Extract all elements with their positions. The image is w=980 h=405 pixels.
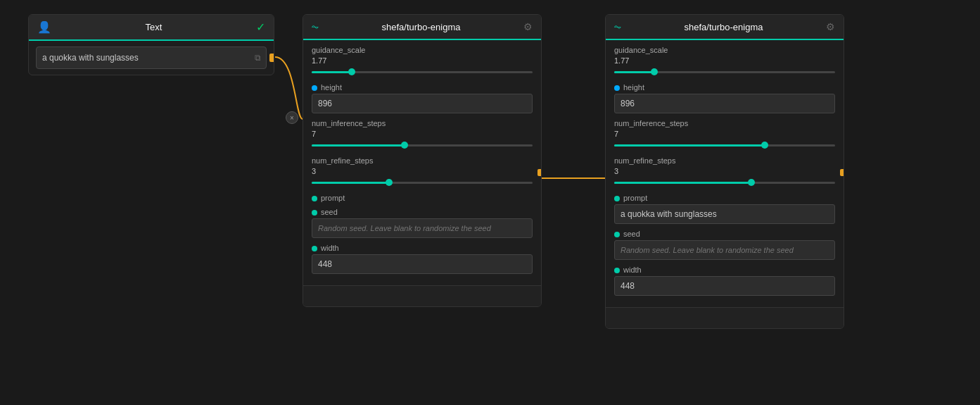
num-refine-label-1: num_refine_steps — [312, 156, 533, 165]
guidance-scale-slider-1[interactable] — [312, 66, 533, 77]
gear-icon-1[interactable]: ⚙ — [523, 21, 533, 32]
canvas: 👤 Text ✓ ⧉ × ⏦ shefa/turbo-enigma ⚙ guid… — [0, 0, 980, 405]
param-height-1: height — [312, 83, 533, 113]
num-refine-output-dot-2[interactable] — [840, 169, 844, 176]
num-inference-value-1: 7 — [312, 130, 533, 138]
width-input-2[interactable] — [614, 276, 835, 296]
remove-connection-button[interactable]: × — [286, 111, 298, 124]
param-num-inference-1: num_inference_steps 7 — [312, 119, 533, 151]
model-node-1-header: ⏦ shefa/turbo-enigma ⚙ — [303, 15, 541, 40]
num-inference-value-2: 7 — [614, 130, 835, 138]
text-node-body: ⧉ — [29, 41, 274, 75]
text-node-input[interactable] — [36, 46, 267, 69]
num-refine-value-1: 3 — [312, 167, 533, 175]
num-inference-slider-1[interactable] — [312, 139, 533, 151]
text-node-output-dot[interactable] — [269, 54, 274, 62]
guidance-scale-value-1: 1.77 — [312, 56, 533, 65]
model-node-2-body: guidance_scale 1.77 height num_inference… — [606, 40, 844, 307]
height-input-1[interactable] — [312, 94, 533, 113]
gear-icon-2[interactable]: ⚙ — [826, 21, 835, 32]
param-seed-1: seed — [312, 208, 533, 238]
seed-input-1[interactable] — [312, 218, 533, 238]
model-node-2-title: shefa/turbo-enigma — [627, 22, 820, 32]
num-refine-slider-2[interactable] — [614, 177, 835, 188]
height-label-1: height — [312, 83, 533, 92]
guidance-scale-value-2: 1.77 — [614, 56, 835, 65]
prompt-label-2: prompt — [614, 194, 835, 202]
prompt-input-2[interactable] — [614, 204, 835, 224]
text-node: 👤 Text ✓ ⧉ — [28, 14, 274, 75]
model-node-2-footer — [606, 307, 844, 328]
param-num-refine-2: num_refine_steps 3 — [614, 156, 835, 188]
param-num-inference-2: num_inference_steps 7 — [614, 119, 835, 151]
param-prompt-1: prompt — [312, 194, 533, 202]
model-node-1: ⏦ shefa/turbo-enigma ⚙ guidance_scale 1.… — [303, 14, 542, 307]
param-width-1: width — [312, 244, 533, 274]
seed-label-2: seed — [614, 230, 835, 238]
guidance-scale-label-2: guidance_scale — [614, 46, 835, 54]
text-node-title: Text — [51, 22, 256, 32]
num-inference-label-1: num_inference_steps — [312, 119, 533, 127]
copy-icon[interactable]: ⧉ — [255, 53, 261, 63]
num-refine-output-dot-1[interactable] — [537, 169, 542, 176]
model-node-2: ⏦ shefa/turbo-enigma ⚙ guidance_scale 1.… — [605, 14, 844, 329]
model-node-1-body: guidance_scale 1.77 height num_inference… — [303, 40, 541, 285]
num-inference-label-2: num_inference_steps — [614, 119, 835, 127]
waveform-icon-2: ⏦ — [614, 20, 621, 33]
num-refine-label-2: num_refine_steps — [614, 156, 835, 165]
seed-input-2[interactable] — [614, 240, 835, 260]
num-refine-slider-1[interactable] — [312, 177, 533, 188]
param-height-2: height — [614, 83, 835, 113]
text-node-header: 👤 Text ✓ — [29, 15, 274, 41]
guidance-scale-slider-2[interactable] — [614, 66, 835, 77]
param-guidance-scale-2: guidance_scale 1.77 — [614, 46, 835, 77]
width-label-1: width — [312, 244, 533, 252]
height-input-2[interactable] — [614, 94, 835, 113]
param-width-2: width — [614, 266, 835, 296]
num-inference-slider-2[interactable] — [614, 139, 835, 151]
user-icon: 👤 — [37, 20, 51, 34]
param-guidance-scale-1: guidance_scale 1.77 — [312, 46, 533, 77]
model-node-1-footer — [303, 285, 541, 306]
num-refine-value-2: 3 — [614, 167, 835, 175]
guidance-scale-label-1: guidance_scale — [312, 46, 533, 54]
prompt-label-1: prompt — [312, 194, 533, 202]
model-node-1-title: shefa/turbo-enigma — [324, 22, 518, 32]
width-input-1[interactable] — [312, 254, 533, 274]
width-label-2: width — [614, 266, 835, 274]
waveform-icon-1: ⏦ — [312, 20, 319, 33]
seed-label-1: seed — [312, 208, 533, 216]
param-prompt-2: prompt — [614, 194, 835, 224]
model-node-2-header: ⏦ shefa/turbo-enigma ⚙ — [606, 15, 844, 40]
height-label-2: height — [614, 83, 835, 92]
param-num-refine-1: num_refine_steps 3 — [312, 156, 533, 188]
check-icon: ✓ — [256, 20, 265, 34]
param-seed-2: seed — [614, 230, 835, 260]
